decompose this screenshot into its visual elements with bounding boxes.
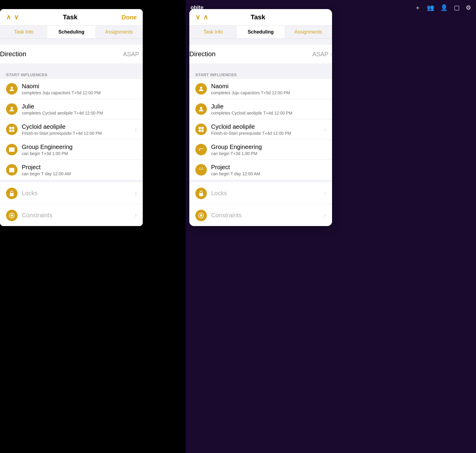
left-gray-spacer <box>0 39 143 45</box>
left-naomi-desc: completes Juju capacitors T+5d 12:00 PM <box>22 90 137 95</box>
left-top-bar: ∧ ∨ Task Done <box>0 9 143 26</box>
right-group-text: Group Engineering can begin T+3d 1:00 PM <box>211 143 326 156</box>
left-naomi-name: Naomi <box>22 83 137 90</box>
left-direction-row[interactable]: Direction ASAP › <box>0 45 143 63</box>
right-up-arrow[interactable]: ∧ <box>203 14 208 21</box>
right-nav-arrows: ∨ ∧ <box>195 14 208 21</box>
left-group-desc: can begin T+3d 1:00 PM <box>22 151 137 156</box>
right-group-name: Group Engineering <box>211 143 326 150</box>
right-gray-spacer <box>189 39 332 45</box>
svg-rect-6 <box>9 147 15 152</box>
right-tab-task-info[interactable]: Task Info <box>189 26 237 38</box>
right-cycloid-icon <box>195 124 207 135</box>
right-influence-project: Project can begin T day 12:00 AM <box>189 160 332 180</box>
right-influence-cycloid[interactable]: Cycloid aeolipile Finish-to-Start prereq… <box>189 119 332 140</box>
left-direction-value: ASAP › <box>123 51 143 58</box>
left-influence-cycloid[interactable]: Cycloid aeolipile Finish-to-Start prereq… <box>0 119 143 140</box>
left-direction-label: Direction <box>0 50 26 58</box>
left-cycloid-chevron: › <box>135 126 137 133</box>
right-down-arrow[interactable]: ∨ <box>195 14 200 21</box>
right-locks-item[interactable]: Locks › <box>189 182 332 204</box>
right-cycloid-desc: Finish-to-Start prerequisite T+4d 12:00 … <box>211 131 320 136</box>
left-influence-group: Group Engineering can begin T+3d 1:00 PM <box>0 140 143 160</box>
plus-icon[interactable]: ＋ <box>415 4 421 12</box>
left-group-text: Group Engineering can begin T+3d 1:00 PM <box>22 143 137 156</box>
left-influence-julie: Julie completes Cycloid aeolipile T+4d 1… <box>0 99 143 119</box>
svg-point-15 <box>200 107 202 109</box>
svg-rect-20 <box>198 147 204 152</box>
left-group-icon <box>6 144 18 155</box>
left-project-name: Project <box>22 163 137 171</box>
right-constraints-icon <box>195 210 207 221</box>
gear-icon[interactable]: ⚙ <box>466 4 471 11</box>
right-tab-assignments[interactable]: Assignments <box>285 26 332 38</box>
right-cycloid-text: Cycloid aeolipile Finish-to-Start prereq… <box>211 123 320 136</box>
left-cycloid-name: Cycloid aeolipile <box>22 123 131 130</box>
svg-rect-17 <box>201 127 204 129</box>
left-secondary-section: Locks › Constraints › <box>0 180 143 226</box>
left-naomi-icon <box>6 83 18 95</box>
right-influence-julie: Julie completes Cycloid aeolipile T+4d 1… <box>189 99 332 119</box>
left-section-header: START INFLUENCES <box>0 70 143 79</box>
svg-point-22 <box>199 150 200 150</box>
left-constraints-chevron: › <box>135 212 137 218</box>
right-tabs: Task Info Scheduling Assignments <box>189 26 332 39</box>
right-direction-label: Direction <box>189 50 216 58</box>
left-julie-name: Julie <box>22 103 137 110</box>
left-direction-chevron: › <box>141 51 143 57</box>
left-locks-icon <box>6 188 18 199</box>
left-tab-task-info[interactable]: Task Info <box>0 26 47 38</box>
right-project-name: Project <box>211 163 326 171</box>
left-cycloid-text: Cycloid aeolipile Finish-to-Start prereq… <box>22 123 131 136</box>
right-cycloid-name: Cycloid aeolipile <box>211 123 320 130</box>
svg-rect-9 <box>9 168 15 173</box>
right-panel: ∨ ∧ Task Task Info Scheduling Assignment… <box>189 9 332 226</box>
left-cycloid-desc: Finish-to-Start prerequisite T+4d 12:00 … <box>22 131 131 136</box>
group-icon[interactable]: 👥 <box>427 4 434 11</box>
right-tab-scheduling[interactable]: Scheduling <box>237 26 284 38</box>
right-group-desc: can begin T+3d 1:00 PM <box>211 151 326 156</box>
right-group-icon <box>195 144 207 155</box>
right-influence-group: Group Engineering can begin T+3d 1:00 PM <box>189 140 332 160</box>
square-icon[interactable]: ▢ <box>454 4 460 11</box>
right-julie-text: Julie completes Cycloid aeolipile T+4d 1… <box>211 103 326 115</box>
left-constraints-item[interactable]: Constraints › <box>0 204 143 226</box>
right-constraints-label: Constraints <box>211 212 242 219</box>
right-secondary-section: Locks › Constraints › <box>189 180 332 226</box>
left-constraints-label: Constraints <box>22 212 52 219</box>
left-influences-list: Naomi completes Juju capacitors T+5d 12:… <box>0 79 143 180</box>
left-influence-naomi: Naomi completes Juju capacitors T+5d 12:… <box>0 79 143 99</box>
right-julie-icon <box>195 103 207 115</box>
left-project-icon <box>6 164 18 176</box>
left-naomi-text: Naomi completes Juju capacitors T+5d 12:… <box>22 83 137 95</box>
left-locks-label: Locks <box>22 189 37 197</box>
svg-point-14 <box>200 87 202 89</box>
left-locks-chevron: › <box>135 190 137 196</box>
svg-rect-18 <box>199 130 201 132</box>
svg-point-13 <box>11 214 13 216</box>
person-icon[interactable]: 👤 <box>440 4 448 11</box>
right-naomi-text: Naomi completes Juju capacitors T+5d 12:… <box>211 83 326 95</box>
left-tab-scheduling[interactable]: Scheduling <box>47 26 95 38</box>
left-julie-text: Julie completes Cycloid aeolipile T+4d 1… <box>22 103 137 115</box>
right-direction-row[interactable]: Direction ASAP › <box>189 45 332 63</box>
left-tab-assignments[interactable]: Assignments <box>95 26 143 38</box>
right-constraints-item[interactable]: Constraints › <box>189 204 332 226</box>
right-julie-name: Julie <box>211 103 326 110</box>
left-project-text: Project can begin T day 12:00 AM <box>22 163 137 176</box>
left-influence-project: Project can begin T day 12:00 AM <box>0 160 143 180</box>
left-locks-item[interactable]: Locks › <box>0 182 143 204</box>
right-top-bar: ∨ ∧ Task <box>189 9 332 26</box>
left-tabs: Task Info Scheduling Assignments <box>0 26 143 39</box>
right-naomi-name: Naomi <box>211 83 326 90</box>
svg-rect-23 <box>199 168 204 173</box>
left-project-desc: can begin T day 12:00 AM <box>22 171 137 176</box>
left-done-button[interactable]: Done <box>122 14 137 21</box>
right-naomi-desc: completes Juju capacitors T+5d 12:00 PM <box>211 90 326 95</box>
right-influence-naomi: Naomi completes Juju capacitors T+5d 12:… <box>189 79 332 99</box>
left-down-arrow[interactable]: ∨ <box>14 14 19 21</box>
left-up-arrow[interactable]: ∧ <box>6 14 11 21</box>
right-influences-list: Naomi completes Juju capacitors T+5d 12:… <box>189 79 332 180</box>
svg-point-27 <box>200 214 202 216</box>
svg-rect-5 <box>12 130 14 132</box>
